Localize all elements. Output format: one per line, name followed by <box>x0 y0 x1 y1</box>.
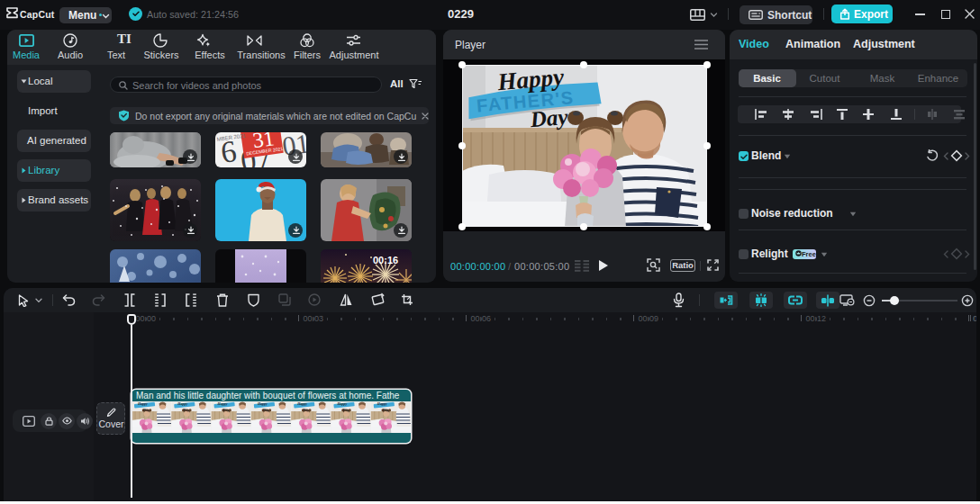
svg-text:00:16: 00:16 <box>373 255 398 266</box>
